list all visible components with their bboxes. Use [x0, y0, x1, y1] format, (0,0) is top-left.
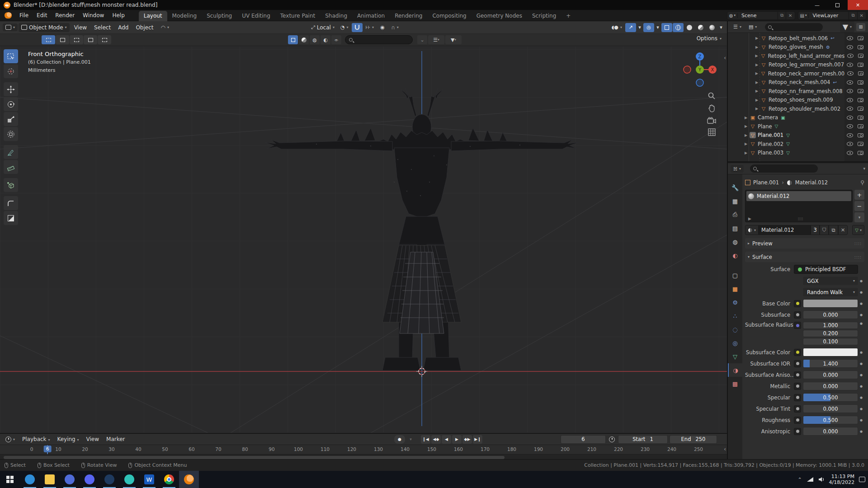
animate-property-dot[interactable]: ●	[858, 418, 864, 422]
select-mode-invert[interactable]	[84, 35, 97, 44]
hide-in-viewport-toggle[interactable]	[847, 54, 853, 58]
show-overlays-toggle[interactable]: ◎	[643, 23, 654, 32]
workspace-tab-animation[interactable]: Animation	[352, 11, 390, 21]
value-slider[interactable]: 0.000	[803, 382, 858, 390]
workspace-tab-layout[interactable]: Layout	[139, 11, 167, 21]
properties-tab-world[interactable]: ◐	[728, 249, 742, 262]
properties-tab-output[interactable]: ⎙	[728, 208, 742, 221]
menu-render[interactable]: Render	[51, 11, 79, 20]
visibility-dropdown[interactable]: ◖●▾	[609, 23, 625, 32]
outliner-search-input[interactable]	[765, 23, 823, 31]
outliner-item[interactable]: ▶▽Plane.003▽	[728, 149, 868, 158]
color-swatch[interactable]	[803, 299, 858, 308]
material-slot[interactable]: Material.012	[746, 191, 851, 201]
taskbar-app-media-player[interactable]	[60, 471, 80, 488]
filter-material-icon[interactable]	[299, 35, 309, 44]
end-frame-field[interactable]: End250	[670, 435, 717, 444]
outliner-item[interactable]: ▶▽Retopo_nn_frame_mesh.008	[728, 87, 868, 96]
prev-keyframe-button[interactable]: ◀◆	[431, 435, 441, 444]
expand-arrow-icon[interactable]: ▶	[754, 63, 760, 67]
outliner-item[interactable]: ▶▽Plane.001▽	[728, 131, 868, 140]
users-count-button[interactable]: 3	[811, 225, 819, 235]
disable-in-renders-toggle[interactable]	[858, 80, 863, 84]
proportional-edit-toggle[interactable]: ◉	[377, 23, 388, 32]
fake-user-icon[interactable]: ⛉	[820, 225, 829, 235]
network-icon[interactable]	[807, 477, 814, 482]
outliner-item[interactable]: ▶▽Retopo_left_hand_armor_mes	[728, 52, 868, 61]
object-name[interactable]: Retopo_neck_armor_mesh.00	[768, 70, 844, 77]
object-name[interactable]: Retopo_shoes_mesh.009	[769, 97, 833, 103]
hide-in-viewport-toggle[interactable]	[847, 116, 853, 120]
menu-window[interactable]: Window	[79, 11, 108, 20]
color-swatch[interactable]	[803, 348, 858, 357]
falloff-dropdown[interactable]: ∩▾	[388, 23, 401, 32]
select-mode-intersect[interactable]	[98, 35, 111, 44]
properties-tab-tool[interactable]: 🔧	[728, 181, 742, 194]
outliner-item[interactable]: ▶▽Retopo_gloves_mesh⚙	[728, 43, 868, 52]
object-name[interactable]: Plane.003	[758, 150, 783, 156]
disable-in-renders-toggle[interactable]	[858, 89, 863, 93]
snap-toggle[interactable]	[352, 23, 363, 32]
shading-material-button[interactable]	[695, 23, 706, 32]
properties-options-dropdown[interactable]: ▾	[863, 166, 865, 171]
animate-property-dot[interactable]: ●	[858, 279, 864, 283]
animate-property-dot[interactable]: ●	[858, 291, 864, 294]
new-collection-button[interactable]: ⊞	[856, 23, 865, 31]
copy-material-icon[interactable]: ⧉	[829, 225, 838, 235]
timeline-menu-view[interactable]: View	[83, 435, 103, 444]
timeline-collapse-arrow[interactable]: ‹	[724, 446, 726, 452]
filter-dropdown[interactable]: ▼▾	[445, 35, 462, 44]
taskbar-app-music-app[interactable]	[119, 471, 139, 488]
outliner-item[interactable]: ▶▽Retopo_belt_mesh.006↩	[728, 34, 868, 43]
outliner-filter-dropdown[interactable]: ▼▾	[840, 21, 854, 33]
disable-in-renders-toggle[interactable]	[858, 151, 863, 155]
filter-object-icon[interactable]	[288, 35, 298, 44]
object-name[interactable]: Retopo_shoulder_mesh.002	[769, 106, 840, 112]
properties-tab-data[interactable]: ▽	[728, 350, 742, 363]
expand-arrow-icon[interactable]: ▶	[754, 89, 760, 93]
taskbar-app-steam[interactable]	[99, 471, 119, 488]
value-slider[interactable]: 0.000	[803, 427, 858, 436]
slot-expand-icon[interactable]: ▶	[748, 216, 751, 221]
enum-dropdown[interactable]: Random Walk▾	[803, 288, 858, 296]
disable-in-renders-toggle[interactable]	[858, 71, 863, 75]
properties-tab-material[interactable]: ◑	[728, 363, 742, 377]
viewlayer-icon[interactable]: ▤▾	[798, 13, 809, 18]
unlink-material-icon[interactable]: ✕	[838, 225, 848, 235]
timeline-menu-keying[interactable]: Keying ▾	[53, 435, 82, 444]
tray-expand-icon[interactable]: ⌃	[797, 477, 802, 483]
outliner-item[interactable]: ▶▽Retopo_shoes_mesh.009	[728, 96, 868, 105]
workspace-tab-scripting[interactable]: Scripting	[527, 11, 561, 21]
outliner-item[interactable]: ▶▽Retopo_neck_armor_mesh.00	[728, 69, 868, 78]
surface-panel-header[interactable]: ▾Surface::::	[745, 252, 864, 262]
disable-in-renders-toggle[interactable]	[858, 124, 863, 128]
value-slider[interactable]: 0.000	[803, 310, 858, 319]
expand-arrow-icon[interactable]: ▶	[743, 133, 749, 137]
keying-set-dropdown[interactable]: ▾	[406, 435, 415, 444]
node-filter-dropdown[interactable]: ▽▾	[852, 225, 864, 235]
disable-in-renders-toggle[interactable]	[858, 116, 863, 120]
timeline-scrollbar[interactable]	[4, 456, 505, 459]
disable-in-renders-toggle[interactable]	[858, 36, 863, 40]
hide-in-viewport-toggle[interactable]	[847, 45, 853, 49]
hide-in-viewport-toggle[interactable]	[847, 63, 853, 67]
animate-property-dot[interactable]: ●	[858, 396, 864, 399]
object-name[interactable]: Retopo_neck_mesh.004	[769, 79, 830, 85]
mode-dropdown[interactable]: Object Mode▾	[19, 23, 70, 32]
animate-property-dot[interactable]: ●	[858, 385, 864, 388]
minimize-button[interactable]: —	[807, 0, 827, 10]
overlays-dropdown[interactable]: ▾	[655, 23, 661, 32]
next-keyframe-button[interactable]: ◆▶	[462, 435, 472, 444]
gpencil-dropdown[interactable]: ◠▾	[158, 23, 172, 32]
add-workspace-button[interactable]: +	[561, 11, 576, 21]
viewport-menu-view[interactable]: View	[71, 23, 90, 32]
clock[interactable]: 11:13 PM 4/18/2022	[829, 474, 854, 485]
hide-in-viewport-toggle[interactable]	[847, 36, 853, 40]
transform-orientation-dropdown[interactable]: ⤢Local▾	[308, 23, 337, 32]
close-button[interactable]: ✕	[848, 0, 868, 10]
animate-property-dot[interactable]: ●	[858, 362, 864, 366]
navigation-gizmo[interactable]: Z X Y	[681, 49, 719, 90]
shading-wireframe-button[interactable]	[673, 23, 684, 32]
disable-in-renders-toggle[interactable]	[858, 54, 863, 58]
hide-in-viewport-toggle[interactable]	[847, 124, 853, 128]
